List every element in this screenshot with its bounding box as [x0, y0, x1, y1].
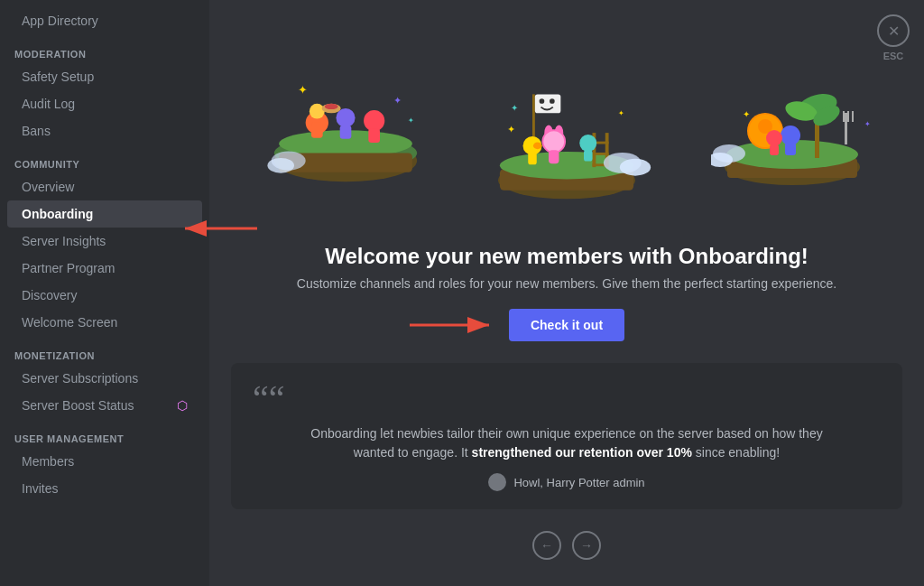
svg-rect-41 — [584, 150, 593, 161]
svg-rect-60 — [770, 144, 779, 155]
welcome-screen-label: Welcome Screen — [22, 315, 117, 330]
svg-text:✦: ✦ — [511, 103, 518, 113]
user-management-section-label: USER MANAGEMENT — [0, 419, 209, 448]
sidebar-item-server-insights[interactable]: Server Insights — [7, 228, 202, 255]
svg-text:✦: ✦ — [864, 120, 871, 128]
svg-point-57 — [781, 126, 800, 145]
safety-setup-label: Safety Setup — [22, 70, 94, 84]
svg-rect-12 — [368, 128, 380, 143]
svg-point-35 — [543, 131, 564, 152]
svg-rect-8 — [311, 123, 323, 138]
quote-text: Onboarding let newbies tailor their own … — [296, 424, 837, 462]
sidebar-item-safety-setup[interactable]: Safety Setup — [7, 63, 202, 90]
svg-point-40 — [579, 135, 596, 152]
svg-point-19 — [267, 158, 294, 173]
bans-label: Bans — [22, 124, 51, 138]
sidebar: App Directory MODERATION Safety Setup Au… — [0, 0, 209, 586]
svg-text:✦: ✦ — [298, 84, 308, 97]
sidebar-item-invites[interactable]: Invites — [7, 475, 202, 502]
prev-icon: ← — [541, 538, 553, 553]
svg-rect-36 — [549, 150, 559, 163]
sidebar-item-app-directory[interactable]: App Directory — [7, 7, 202, 34]
hero-illustration: ✦ ✦ ✦ — [251, 18, 882, 226]
svg-point-59 — [766, 130, 782, 146]
boost-icon: ⬡ — [177, 398, 188, 413]
svg-rect-62 — [843, 111, 845, 122]
svg-text:✦: ✦ — [743, 109, 750, 119]
invites-label: Invites — [22, 481, 58, 496]
audit-log-label: Audit Log — [22, 97, 75, 111]
svg-rect-61 — [845, 113, 847, 144]
sidebar-item-server-subscriptions[interactable]: Server Subscriptions — [7, 365, 202, 392]
next-icon: → — [580, 538, 593, 553]
svg-rect-63 — [847, 111, 849, 122]
svg-point-43 — [620, 159, 651, 176]
svg-text:✦: ✦ — [393, 95, 402, 106]
svg-point-14 — [325, 104, 338, 109]
sidebar-item-server-boost-status[interactable]: Server Boost Status ⬡ — [7, 392, 202, 419]
author-name: Howl, Harry Potter admin — [513, 476, 644, 489]
sidebar-item-bans[interactable]: Bans — [7, 117, 202, 144]
cta-wrapper: Check it out — [509, 309, 624, 341]
esc-circle[interactable]: ✕ — [877, 14, 910, 47]
esc-label: ESC — [883, 51, 904, 61]
svg-rect-64 — [852, 111, 854, 122]
next-arrow-button[interactable]: → — [572, 531, 601, 560]
main-content: ✕ ESC — [209, 0, 924, 586]
svg-rect-26 — [593, 153, 609, 155]
members-label: Members — [22, 454, 74, 469]
discovery-label: Discovery — [22, 288, 77, 302]
hero-title: Welcome your new members with Onboarding… — [325, 244, 808, 269]
svg-point-30 — [540, 98, 545, 104]
overview-label: Overview — [22, 180, 74, 194]
server-boost-label: Server Boost Status — [22, 398, 134, 413]
quote-author: Howl, Harry Potter admin — [253, 473, 881, 491]
author-avatar — [488, 473, 506, 491]
svg-rect-28 — [532, 94, 535, 141]
island-right: ✦ ✦ — [711, 36, 882, 202]
close-icon: ✕ — [888, 23, 900, 40]
svg-point-39 — [533, 143, 542, 150]
moderation-section-label: MODERATION — [0, 34, 209, 63]
sidebar-item-members[interactable]: Members — [7, 448, 202, 475]
app-directory-label: App Directory — [22, 14, 98, 28]
server-subscriptions-label: Server Subscriptions — [22, 371, 138, 386]
svg-point-11 — [364, 110, 384, 131]
svg-rect-58 — [785, 143, 796, 155]
svg-point-31 — [550, 98, 555, 104]
sidebar-item-onboarding[interactable]: Onboarding — [7, 200, 202, 228]
quote-text-part2: since enabling! — [692, 445, 780, 460]
monetization-section-label: MONETIZATION — [0, 336, 209, 365]
island-left: ✦ ✦ ✦ — [260, 27, 431, 193]
sidebar-item-partner-program[interactable]: Partner Program — [7, 255, 202, 282]
sidebar-item-welcome-screen[interactable]: Welcome Screen — [7, 309, 202, 336]
server-insights-label: Server Insights — [22, 234, 106, 248]
onboarding-label: Onboarding — [22, 207, 93, 221]
svg-rect-10 — [340, 126, 352, 139]
sidebar-item-audit-log[interactable]: Audit Log — [7, 90, 202, 117]
hero-subtitle: Customize channels and roles for your ne… — [297, 276, 836, 291]
sidebar-item-discovery[interactable]: Discovery — [7, 282, 202, 309]
svg-text:✦: ✦ — [507, 124, 515, 135]
sidebar-item-overview[interactable]: Overview — [7, 173, 202, 200]
hero-section: ✦ ✦ ✦ — [209, 0, 924, 363]
community-section-label: COMMUNITY — [0, 144, 209, 173]
svg-point-7 — [310, 104, 325, 119]
island-center: ✦ ✦ ✦ — [481, 45, 652, 211]
svg-text:✦: ✦ — [618, 109, 624, 117]
quote-text-bold: strengthened our retention over 10% — [472, 445, 692, 460]
quote-navigation: ← → — [209, 531, 924, 574]
quote-mark: ““ — [253, 381, 881, 417]
esc-button[interactable]: ✕ ESC — [877, 14, 910, 61]
svg-rect-38 — [528, 153, 537, 164]
partner-program-label: Partner Program — [22, 261, 115, 275]
quote-section: ““ Onboarding let newbies tailor their o… — [231, 363, 902, 509]
prev-arrow-button[interactable]: ← — [532, 531, 561, 560]
svg-text:✦: ✦ — [408, 116, 414, 125]
check-it-out-button[interactable]: Check it out — [509, 309, 624, 341]
